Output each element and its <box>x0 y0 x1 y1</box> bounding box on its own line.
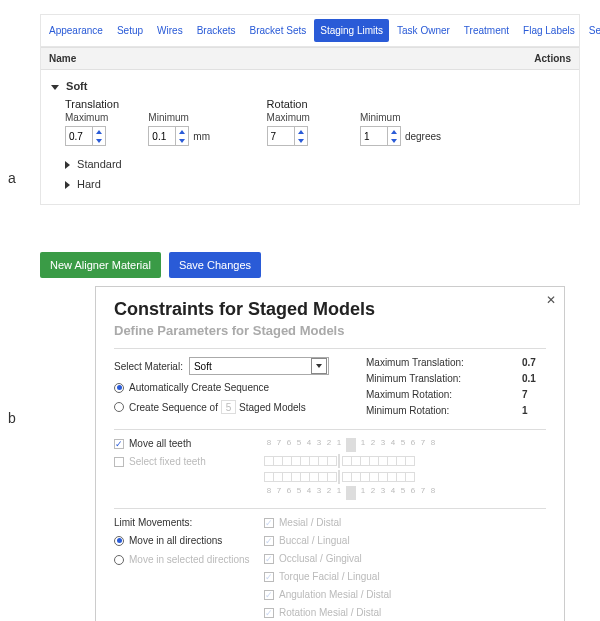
material-select[interactable] <box>189 357 329 375</box>
trans-max-label: Maximum <box>65 112 108 123</box>
trans-min-input[interactable] <box>149 129 175 144</box>
radio-auto-sequence-label: Automatically Create Sequence <box>129 382 269 393</box>
chevron-right-icon <box>65 161 70 169</box>
select-material-label: Select Material: <box>114 361 183 372</box>
radio-create-sequence[interactable] <box>114 402 124 412</box>
tooth-cell[interactable] <box>405 456 415 466</box>
summary-values: Maximum Translation:0.7 Minimum Translat… <box>366 357 546 421</box>
material-row-standard[interactable]: Standard <box>51 154 569 174</box>
move-all-teeth-label: Move all teeth <box>129 438 191 449</box>
tab-flag-labels[interactable]: Flag Labels <box>517 19 581 42</box>
rot-min-spinner[interactable] <box>360 126 401 146</box>
spin-down-icon[interactable] <box>93 136 105 145</box>
close-icon[interactable]: ✕ <box>546 293 556 307</box>
settings-panel: Appearance Setup Wires Brackets Bracket … <box>40 14 580 205</box>
radio-seq-suffix: Staged Models <box>239 402 306 413</box>
rotation-label: Rotation <box>267 98 469 110</box>
seq-count-input[interactable]: 5 <box>221 400 237 414</box>
limit-label: Mesial / Distal <box>279 517 341 528</box>
tooth-cell[interactable] <box>405 472 415 482</box>
button-bar: New Aligner Material Save Changes <box>40 252 261 278</box>
move-all-directions-label: Move in all directions <box>129 535 222 546</box>
limit-label: Angulation Mesial / Distal <box>279 589 391 600</box>
dialog-title: Constraints for Staged Models <box>114 299 546 320</box>
tab-setup[interactable]: Setup <box>111 19 149 42</box>
figure-label-b: b <box>8 410 16 426</box>
kv-min-trans-label: Minimum Translation: <box>366 373 522 384</box>
rot-max-spinner[interactable] <box>267 126 308 146</box>
rot-max-label: Maximum <box>267 112 310 123</box>
material-label: Standard <box>77 158 122 170</box>
tabbar: Appearance Setup Wires Brackets Bracket … <box>41 15 579 47</box>
table-header: Name Actions <box>41 47 579 70</box>
chevron-right-icon <box>65 181 70 189</box>
trans-max-spinner[interactable] <box>65 126 106 146</box>
kv-max-rot-value: 7 <box>522 389 546 400</box>
spin-down-icon[interactable] <box>176 136 188 145</box>
trans-max-input[interactable] <box>66 129 92 144</box>
check-limit[interactable] <box>264 518 274 528</box>
check-select-fixed-teeth[interactable] <box>114 457 124 467</box>
check-limit[interactable] <box>264 572 274 582</box>
radio-seq-prefix: Create Sequence of <box>129 402 218 413</box>
figure-label-a: a <box>8 170 16 186</box>
trans-min-spinner[interactable] <box>148 126 189 146</box>
tab-brackets[interactable]: Brackets <box>191 19 242 42</box>
tab-treatment[interactable]: Treatment <box>458 19 515 42</box>
spin-up-icon[interactable] <box>295 127 307 136</box>
kv-min-trans-value: 0.1 <box>522 373 546 384</box>
move-selected-directions-label: Move in selected directions <box>129 554 250 565</box>
check-limit[interactable] <box>264 554 274 564</box>
limit-label: Torque Facial / Lingual <box>279 571 380 582</box>
material-label: Hard <box>77 178 101 190</box>
constraints-dialog: ✕ Constraints for Staged Models Define P… <box>95 286 565 621</box>
material-row-hard[interactable]: Hard <box>51 174 569 194</box>
select-fixed-teeth-label: Select fixed teeth <box>129 456 206 467</box>
material-row-soft[interactable]: Soft <box>51 76 569 96</box>
kv-min-rot-value: 1 <box>522 405 546 416</box>
spin-up-icon[interactable] <box>388 127 400 136</box>
dialog-subtitle: Define Parameters for Staged Models <box>114 323 546 338</box>
tooth-cell[interactable] <box>327 456 337 466</box>
kv-min-rot-label: Minimum Rotation: <box>366 405 522 416</box>
check-limit[interactable] <box>264 608 274 618</box>
limit-label: Occlusal / Gingival <box>279 553 362 564</box>
teeth-selector: 8765432112345678 8765432112345678 <box>264 438 546 500</box>
check-limit[interactable] <box>264 590 274 600</box>
kv-max-trans-value: 0.7 <box>522 357 546 368</box>
kv-max-trans-label: Maximum Translation: <box>366 357 522 368</box>
tab-appearance[interactable]: Appearance <box>43 19 109 42</box>
spin-down-icon[interactable] <box>388 136 400 145</box>
tab-bracket-sets[interactable]: Bracket Sets <box>244 19 313 42</box>
new-aligner-material-button[interactable]: New Aligner Material <box>40 252 161 278</box>
tab-wires[interactable]: Wires <box>151 19 189 42</box>
spin-up-icon[interactable] <box>93 127 105 136</box>
spin-down-icon[interactable] <box>295 136 307 145</box>
tab-search[interactable]: Search <box>583 19 600 42</box>
spin-up-icon[interactable] <box>176 127 188 136</box>
limit-label: Buccal / Lingual <box>279 535 350 546</box>
tooth-cell[interactable] <box>327 472 337 482</box>
translation-label: Translation <box>65 98 267 110</box>
limit-label: Rotation Mesial / Distal <box>279 607 381 618</box>
trans-unit: mm <box>193 131 210 142</box>
col-actions: Actions <box>511 53 571 64</box>
chevron-down-icon <box>51 85 59 90</box>
rot-min-input[interactable] <box>361 129 387 144</box>
radio-auto-sequence[interactable] <box>114 383 124 393</box>
material-select-input[interactable] <box>190 360 310 373</box>
check-move-all-teeth[interactable] <box>114 439 124 449</box>
radio-move-selected-directions[interactable] <box>114 555 124 565</box>
rot-max-input[interactable] <box>268 129 294 144</box>
check-limit[interactable] <box>264 536 274 546</box>
tab-staging-limits[interactable]: Staging Limits <box>314 19 389 42</box>
material-label: Soft <box>66 80 87 92</box>
radio-move-all-directions[interactable] <box>114 536 124 546</box>
chevron-down-icon[interactable] <box>311 358 327 374</box>
kv-max-rot-label: Maximum Rotation: <box>366 389 522 400</box>
rot-min-label: Minimum <box>360 112 441 123</box>
tab-task-owner[interactable]: Task Owner <box>391 19 456 42</box>
save-changes-button[interactable]: Save Changes <box>169 252 261 278</box>
col-name: Name <box>49 53 511 64</box>
limit-movements-label: Limit Movements: <box>114 517 192 528</box>
